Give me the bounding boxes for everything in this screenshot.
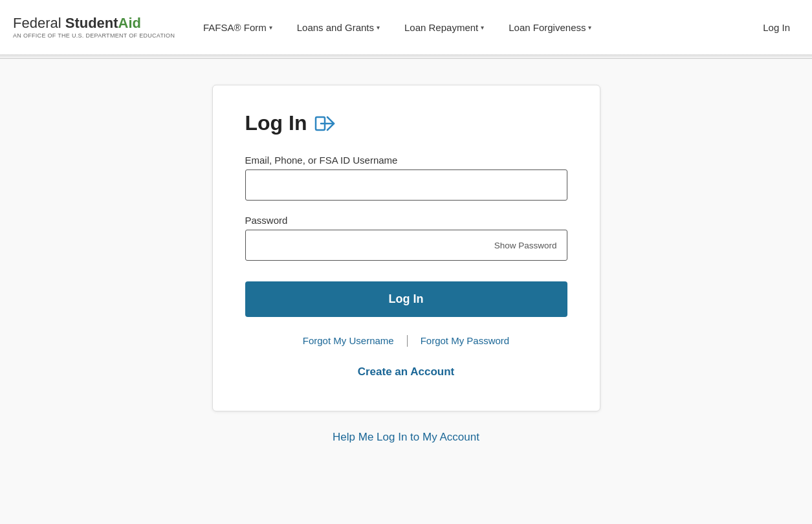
nav-loan-repayment-label: Loan Repayment (404, 22, 478, 33)
nav-loans-grants[interactable]: Loans and Grants ▾ (288, 17, 389, 38)
nav-loan-forgiveness[interactable]: Loan Forgiveness ▾ (499, 17, 600, 38)
chevron-down-icon: ▾ (481, 24, 484, 31)
login-arrow-icon (314, 113, 335, 134)
login-button-label: Log In (389, 292, 424, 305)
site-header: Federal StudentAid An OFFICE of the U.S.… (0, 0, 812, 55)
show-password-button[interactable]: Show Password (492, 238, 560, 253)
login-card: Log In Email, Phone, or FSA ID Username … (212, 85, 600, 411)
show-password-label: Show Password (494, 241, 557, 250)
login-button[interactable]: Log In (245, 281, 567, 317)
username-label: Email, Phone, or FSA ID Username (245, 155, 567, 166)
nav-loan-forgiveness-label: Loan Forgiveness (509, 22, 586, 33)
forgot-links-group: Forgot My Username Forgot My Password (245, 333, 567, 349)
nav-loan-repayment[interactable]: Loan Repayment ▾ (395, 17, 493, 38)
logo-subtitle: An OFFICE of the U.S. DEPARTMENT of EDUC… (13, 32, 194, 39)
create-account-link[interactable]: Create an Account (245, 366, 567, 378)
forgot-username-label: Forgot My Username (303, 335, 394, 346)
username-field-group: Email, Phone, or FSA ID Username (245, 155, 567, 201)
logo-area: Federal StudentAid An OFFICE of the U.S.… (13, 16, 194, 39)
nav-login-button[interactable]: Log In (754, 17, 799, 38)
nav-loans-grants-label: Loans and Grants (297, 22, 374, 33)
nav-login-label: Log In (763, 22, 790, 33)
forgot-username-link[interactable]: Forgot My Username (290, 333, 407, 349)
chevron-down-icon: ▾ (269, 24, 272, 31)
logo-title: Federal StudentAid (13, 16, 194, 31)
forgot-password-link[interactable]: Forgot My Password (408, 333, 523, 349)
password-wrapper: Show Password (245, 230, 567, 261)
nav-fafsa[interactable]: FAFSA® Form ▾ (194, 17, 281, 38)
password-field-group: Password Show Password (245, 215, 567, 261)
login-title: Log In (245, 111, 307, 135)
login-card-header: Log In (245, 111, 567, 135)
username-input[interactable] (245, 169, 567, 201)
password-label: Password (245, 215, 567, 226)
help-login-link[interactable]: Help Me Log In to My Account (333, 431, 479, 444)
forgot-password-label: Forgot My Password (421, 335, 510, 346)
chevron-down-icon: ▾ (377, 24, 380, 31)
nav-fafsa-label: FAFSA® Form (203, 22, 267, 33)
main-content: Log In Email, Phone, or FSA ID Username … (0, 59, 812, 524)
main-nav: FAFSA® Form ▾ Loans and Grants ▾ Loan Re… (194, 17, 754, 38)
create-account-label: Create an Account (358, 366, 455, 378)
help-login-label: Help Me Log In to My Account (333, 431, 479, 443)
chevron-down-icon: ▾ (588, 24, 591, 31)
